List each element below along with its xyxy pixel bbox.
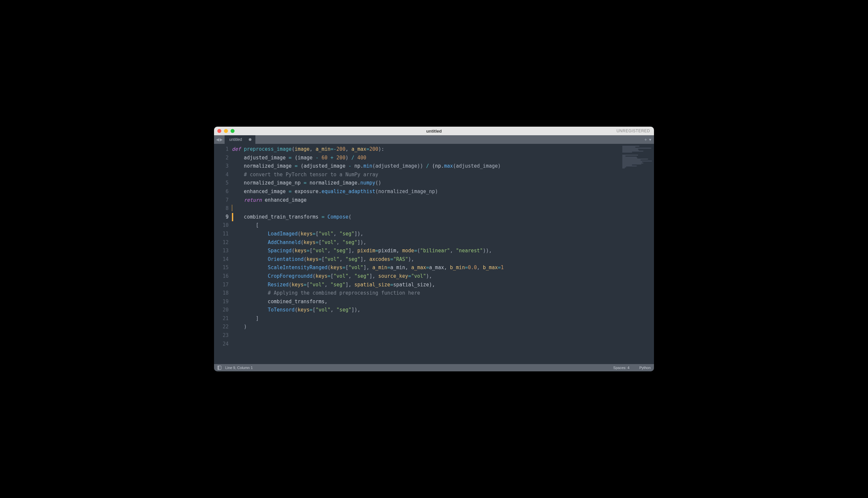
minimap-line (622, 150, 639, 150)
code-line[interactable]: Orientationd(keys=["vol", "seg"], axcode… (232, 255, 621, 264)
panel-layout-icon[interactable] (217, 366, 221, 370)
minimap-line (622, 162, 642, 162)
status-bar: Line 9, Column 1 Spaces: 4 Python (214, 364, 654, 371)
line-number[interactable]: 1 (214, 145, 232, 154)
registered-label: UNREGISTERED (617, 129, 650, 133)
minimap-line (622, 164, 642, 164)
code-line[interactable]: ScaleIntensityRanged(keys=["vol"], a_min… (232, 264, 621, 272)
chevron-left-icon[interactable]: ◀ (216, 137, 219, 142)
tab-controls: + ▾ (644, 137, 651, 142)
line-number[interactable]: 4 (214, 171, 232, 179)
code-line[interactable] (232, 204, 621, 213)
code-line[interactable]: combined_train_transforms = Compose( (232, 213, 621, 222)
code-line[interactable]: ToTensord(keys=["vol", "seg"]), (232, 306, 621, 314)
traffic-lights (217, 129, 234, 133)
line-number[interactable]: 5 (214, 179, 232, 187)
line-number[interactable]: 21 (214, 314, 232, 323)
minimap-line (622, 165, 632, 165)
line-number[interactable]: 24 (214, 340, 232, 349)
new-tab-icon[interactable]: + (644, 137, 647, 142)
cursor-position[interactable]: Line 9, Column 1 (225, 366, 253, 370)
line-number[interactable]: 19 (214, 298, 232, 306)
minimap-line (622, 168, 625, 168)
minimap-line (622, 157, 637, 157)
text-cursor (232, 205, 232, 211)
syntax-setting[interactable]: Python (639, 366, 651, 370)
line-number[interactable]: 22 (214, 323, 232, 331)
line-number[interactable]: 18 (214, 289, 232, 298)
minimap-line (622, 151, 644, 152)
line-number[interactable]: 20 (214, 306, 232, 314)
line-number[interactable]: 7 (214, 196, 232, 205)
editor-area: 123456789101112131415161718192021222324 … (214, 144, 654, 364)
minimap-line (622, 147, 635, 147)
zoom-icon[interactable] (231, 129, 234, 133)
minimap-line (622, 166, 637, 166)
dirty-indicator-icon (249, 138, 251, 141)
code-line[interactable]: # convert the PyTorch tensor to a NumPy … (232, 171, 621, 179)
code-line[interactable]: combined_transforms, (232, 298, 621, 306)
line-number[interactable]: 23 (214, 331, 232, 340)
line-number[interactable]: 8 (214, 204, 232, 213)
line-number[interactable]: 13 (214, 247, 232, 255)
code-line[interactable]: Resized(keys=["vol", "seg"], spatial_siz… (232, 281, 621, 289)
code-line[interactable]: # Applying the combined preprocessing fu… (232, 289, 621, 298)
code-line[interactable]: normalized_image_np = normalized_image.n… (232, 179, 621, 187)
code-line[interactable]: ] (232, 314, 621, 323)
line-number[interactable]: 15 (214, 264, 232, 272)
minimize-icon[interactable] (224, 129, 228, 133)
line-number[interactable]: 10 (214, 221, 232, 230)
minimap-line (622, 155, 638, 155)
line-number[interactable]: 14 (214, 255, 232, 264)
code-line[interactable]: def preprocess_image(image, a_min=-200, … (232, 145, 621, 154)
line-number[interactable]: 11 (214, 230, 232, 238)
line-number[interactable]: 3 (214, 162, 232, 171)
minimap-line (622, 160, 641, 160)
editor-window: untitled UNREGISTERED ◀ ▶ untitled + ▾ 1… (214, 127, 654, 371)
line-number[interactable]: 2 (214, 154, 232, 162)
minimap-line (622, 149, 638, 149)
line-number[interactable]: 6 (214, 187, 232, 196)
code-line[interactable]: CropForegroundd(keys=["vol", "seg"], sou… (232, 272, 621, 281)
code-line[interactable]: LoadImaged(keys=["vol", "seg"]), (232, 230, 621, 238)
minimap-line (622, 148, 651, 148)
line-number[interactable]: 12 (214, 238, 232, 247)
minimap-line (622, 158, 637, 158)
line-number[interactable]: 17 (214, 281, 232, 289)
minimap-line (622, 156, 625, 156)
code-line[interactable]: enhanced_image = exposure.equalize_adapt… (232, 187, 621, 196)
minimap-line (622, 161, 652, 161)
indent-setting[interactable]: Spaces: 4 (613, 366, 630, 370)
line-number[interactable]: 16 (214, 272, 232, 281)
minimap-line (622, 152, 632, 153)
tab-bar: ◀ ▶ untitled + ▾ (214, 135, 654, 144)
code-line[interactable]: AddChanneld(keys=["vol", "seg"]), (232, 238, 621, 247)
code-line[interactable]: return enhanced_image (232, 196, 621, 205)
code-line[interactable]: Spacingd(keys=["vol", "seg"], pixdim=pix… (232, 247, 621, 255)
minimap-line (622, 167, 626, 167)
minimap-line (622, 146, 639, 146)
tab-dropdown-icon[interactable]: ▾ (649, 137, 651, 142)
minimap[interactable] (621, 144, 654, 364)
minimap-line (622, 163, 644, 163)
tab-untitled[interactable]: untitled (224, 135, 255, 144)
line-number[interactable]: 9 (214, 213, 232, 222)
tab-label: untitled (229, 137, 242, 142)
close-icon[interactable] (217, 129, 221, 133)
code-editor[interactable]: def preprocess_image(image, a_min=-200, … (232, 144, 621, 364)
line-number-gutter[interactable]: 123456789101112131415161718192021222324 (214, 144, 232, 364)
code-line[interactable]: adjusted_image = (image - 60 + 200) / 40… (232, 154, 621, 162)
code-line[interactable]: normalized_image = (adjusted_image - np.… (232, 162, 621, 171)
minimap-line (622, 159, 648, 159)
tab-nav-arrows[interactable]: ◀ ▶ (214, 137, 224, 142)
code-line[interactable]: [ (232, 221, 621, 230)
titlebar: untitled UNREGISTERED (214, 127, 654, 135)
window-title: untitled (426, 129, 442, 134)
chevron-right-icon[interactable]: ▶ (220, 137, 223, 142)
code-line[interactable]: ) (232, 323, 621, 331)
